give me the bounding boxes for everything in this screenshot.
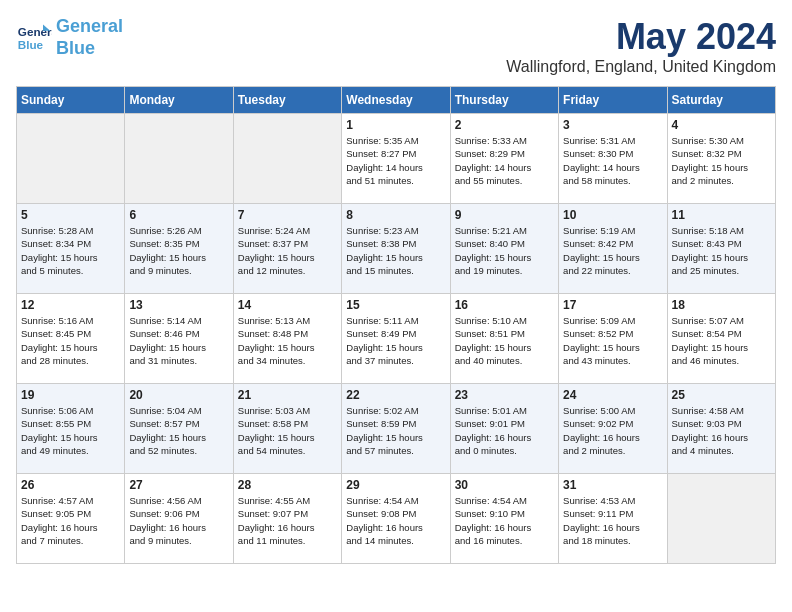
day-cell: 19Sunrise: 5:06 AM Sunset: 8:55 PM Dayli… bbox=[17, 384, 125, 474]
day-info: Sunrise: 5:02 AM Sunset: 8:59 PM Dayligh… bbox=[346, 404, 445, 457]
day-cell: 24Sunrise: 5:00 AM Sunset: 9:02 PM Dayli… bbox=[559, 384, 667, 474]
day-cell: 23Sunrise: 5:01 AM Sunset: 9:01 PM Dayli… bbox=[450, 384, 558, 474]
logo: General Blue General Blue bbox=[16, 16, 123, 59]
day-number: 9 bbox=[455, 208, 554, 222]
day-cell: 8Sunrise: 5:23 AM Sunset: 8:38 PM Daylig… bbox=[342, 204, 450, 294]
calendar-table: SundayMondayTuesdayWednesdayThursdayFrid… bbox=[16, 86, 776, 564]
logo-line2: Blue bbox=[56, 38, 95, 58]
day-info: Sunrise: 4:57 AM Sunset: 9:05 PM Dayligh… bbox=[21, 494, 120, 547]
week-row-5: 26Sunrise: 4:57 AM Sunset: 9:05 PM Dayli… bbox=[17, 474, 776, 564]
weekday-header-tuesday: Tuesday bbox=[233, 87, 341, 114]
day-number: 22 bbox=[346, 388, 445, 402]
weekday-header-monday: Monday bbox=[125, 87, 233, 114]
day-info: Sunrise: 4:55 AM Sunset: 9:07 PM Dayligh… bbox=[238, 494, 337, 547]
day-cell bbox=[667, 474, 775, 564]
day-cell: 18Sunrise: 5:07 AM Sunset: 8:54 PM Dayli… bbox=[667, 294, 775, 384]
location-title: Wallingford, England, United Kingdom bbox=[506, 58, 776, 76]
day-cell: 22Sunrise: 5:02 AM Sunset: 8:59 PM Dayli… bbox=[342, 384, 450, 474]
day-cell: 13Sunrise: 5:14 AM Sunset: 8:46 PM Dayli… bbox=[125, 294, 233, 384]
day-info: Sunrise: 4:53 AM Sunset: 9:11 PM Dayligh… bbox=[563, 494, 662, 547]
day-number: 14 bbox=[238, 298, 337, 312]
day-cell: 29Sunrise: 4:54 AM Sunset: 9:08 PM Dayli… bbox=[342, 474, 450, 564]
logo-icon: General Blue bbox=[16, 20, 52, 56]
day-number: 5 bbox=[21, 208, 120, 222]
week-row-4: 19Sunrise: 5:06 AM Sunset: 8:55 PM Dayli… bbox=[17, 384, 776, 474]
day-info: Sunrise: 5:23 AM Sunset: 8:38 PM Dayligh… bbox=[346, 224, 445, 277]
day-number: 21 bbox=[238, 388, 337, 402]
day-info: Sunrise: 5:07 AM Sunset: 8:54 PM Dayligh… bbox=[672, 314, 771, 367]
day-cell: 27Sunrise: 4:56 AM Sunset: 9:06 PM Dayli… bbox=[125, 474, 233, 564]
day-cell: 5Sunrise: 5:28 AM Sunset: 8:34 PM Daylig… bbox=[17, 204, 125, 294]
day-cell: 16Sunrise: 5:10 AM Sunset: 8:51 PM Dayli… bbox=[450, 294, 558, 384]
day-cell: 30Sunrise: 4:54 AM Sunset: 9:10 PM Dayli… bbox=[450, 474, 558, 564]
day-number: 23 bbox=[455, 388, 554, 402]
svg-text:General: General bbox=[18, 25, 52, 38]
month-title: May 2024 bbox=[506, 16, 776, 58]
day-info: Sunrise: 5:10 AM Sunset: 8:51 PM Dayligh… bbox=[455, 314, 554, 367]
day-cell: 26Sunrise: 4:57 AM Sunset: 9:05 PM Dayli… bbox=[17, 474, 125, 564]
day-cell: 6Sunrise: 5:26 AM Sunset: 8:35 PM Daylig… bbox=[125, 204, 233, 294]
day-cell bbox=[233, 114, 341, 204]
day-cell: 14Sunrise: 5:13 AM Sunset: 8:48 PM Dayli… bbox=[233, 294, 341, 384]
svg-text:Blue: Blue bbox=[18, 37, 44, 50]
day-number: 4 bbox=[672, 118, 771, 132]
weekday-row: SundayMondayTuesdayWednesdayThursdayFrid… bbox=[17, 87, 776, 114]
day-number: 30 bbox=[455, 478, 554, 492]
day-info: Sunrise: 5:35 AM Sunset: 8:27 PM Dayligh… bbox=[346, 134, 445, 187]
day-number: 27 bbox=[129, 478, 228, 492]
day-number: 7 bbox=[238, 208, 337, 222]
day-info: Sunrise: 5:11 AM Sunset: 8:49 PM Dayligh… bbox=[346, 314, 445, 367]
day-cell: 25Sunrise: 4:58 AM Sunset: 9:03 PM Dayli… bbox=[667, 384, 775, 474]
day-cell: 1Sunrise: 5:35 AM Sunset: 8:27 PM Daylig… bbox=[342, 114, 450, 204]
calendar-body: 1Sunrise: 5:35 AM Sunset: 8:27 PM Daylig… bbox=[17, 114, 776, 564]
day-number: 25 bbox=[672, 388, 771, 402]
day-number: 28 bbox=[238, 478, 337, 492]
day-number: 20 bbox=[129, 388, 228, 402]
day-info: Sunrise: 5:03 AM Sunset: 8:58 PM Dayligh… bbox=[238, 404, 337, 457]
day-number: 19 bbox=[21, 388, 120, 402]
day-info: Sunrise: 5:18 AM Sunset: 8:43 PM Dayligh… bbox=[672, 224, 771, 277]
day-cell bbox=[125, 114, 233, 204]
day-info: Sunrise: 5:19 AM Sunset: 8:42 PM Dayligh… bbox=[563, 224, 662, 277]
day-number: 2 bbox=[455, 118, 554, 132]
day-number: 12 bbox=[21, 298, 120, 312]
day-info: Sunrise: 5:28 AM Sunset: 8:34 PM Dayligh… bbox=[21, 224, 120, 277]
day-number: 8 bbox=[346, 208, 445, 222]
day-cell: 2Sunrise: 5:33 AM Sunset: 8:29 PM Daylig… bbox=[450, 114, 558, 204]
day-cell: 15Sunrise: 5:11 AM Sunset: 8:49 PM Dayli… bbox=[342, 294, 450, 384]
day-number: 29 bbox=[346, 478, 445, 492]
day-number: 18 bbox=[672, 298, 771, 312]
day-cell: 10Sunrise: 5:19 AM Sunset: 8:42 PM Dayli… bbox=[559, 204, 667, 294]
day-info: Sunrise: 4:54 AM Sunset: 9:10 PM Dayligh… bbox=[455, 494, 554, 547]
day-number: 31 bbox=[563, 478, 662, 492]
day-number: 17 bbox=[563, 298, 662, 312]
week-row-2: 5Sunrise: 5:28 AM Sunset: 8:34 PM Daylig… bbox=[17, 204, 776, 294]
day-info: Sunrise: 5:13 AM Sunset: 8:48 PM Dayligh… bbox=[238, 314, 337, 367]
day-info: Sunrise: 5:04 AM Sunset: 8:57 PM Dayligh… bbox=[129, 404, 228, 457]
day-number: 11 bbox=[672, 208, 771, 222]
day-number: 15 bbox=[346, 298, 445, 312]
weekday-header-saturday: Saturday bbox=[667, 87, 775, 114]
day-info: Sunrise: 5:01 AM Sunset: 9:01 PM Dayligh… bbox=[455, 404, 554, 457]
day-number: 1 bbox=[346, 118, 445, 132]
title-block: May 2024 Wallingford, England, United Ki… bbox=[506, 16, 776, 76]
day-number: 16 bbox=[455, 298, 554, 312]
day-info: Sunrise: 5:31 AM Sunset: 8:30 PM Dayligh… bbox=[563, 134, 662, 187]
day-info: Sunrise: 5:33 AM Sunset: 8:29 PM Dayligh… bbox=[455, 134, 554, 187]
weekday-header-thursday: Thursday bbox=[450, 87, 558, 114]
day-info: Sunrise: 4:56 AM Sunset: 9:06 PM Dayligh… bbox=[129, 494, 228, 547]
weekday-header-friday: Friday bbox=[559, 87, 667, 114]
day-number: 10 bbox=[563, 208, 662, 222]
day-number: 13 bbox=[129, 298, 228, 312]
day-cell: 11Sunrise: 5:18 AM Sunset: 8:43 PM Dayli… bbox=[667, 204, 775, 294]
day-cell: 3Sunrise: 5:31 AM Sunset: 8:30 PM Daylig… bbox=[559, 114, 667, 204]
weekday-header-wednesday: Wednesday bbox=[342, 87, 450, 114]
day-cell: 20Sunrise: 5:04 AM Sunset: 8:57 PM Dayli… bbox=[125, 384, 233, 474]
page-header: General Blue General Blue May 2024 Walli… bbox=[16, 16, 776, 76]
day-info: Sunrise: 5:00 AM Sunset: 9:02 PM Dayligh… bbox=[563, 404, 662, 457]
day-cell: 9Sunrise: 5:21 AM Sunset: 8:40 PM Daylig… bbox=[450, 204, 558, 294]
day-info: Sunrise: 4:58 AM Sunset: 9:03 PM Dayligh… bbox=[672, 404, 771, 457]
day-info: Sunrise: 5:30 AM Sunset: 8:32 PM Dayligh… bbox=[672, 134, 771, 187]
day-cell: 17Sunrise: 5:09 AM Sunset: 8:52 PM Dayli… bbox=[559, 294, 667, 384]
week-row-3: 12Sunrise: 5:16 AM Sunset: 8:45 PM Dayli… bbox=[17, 294, 776, 384]
